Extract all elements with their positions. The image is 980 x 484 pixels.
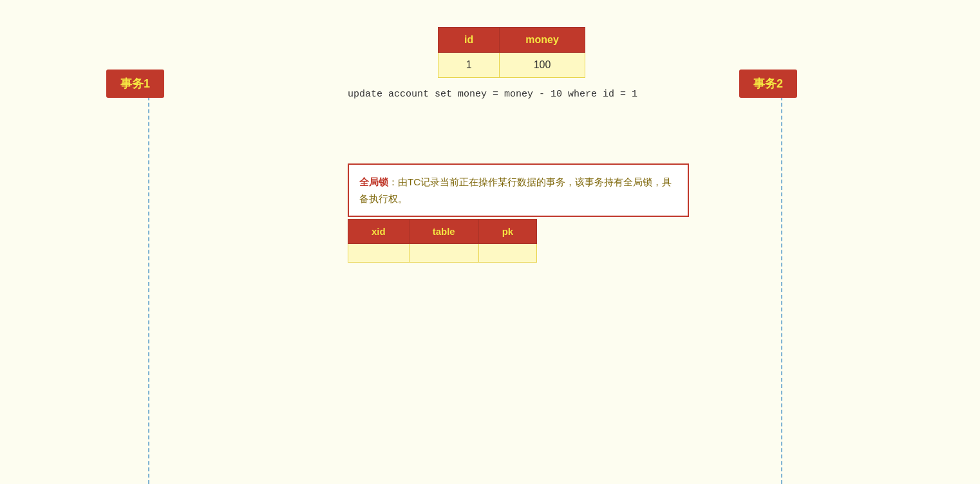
transaction2-text: 事务2 bbox=[753, 77, 783, 90]
lock-table-header-table: table bbox=[409, 219, 478, 244]
account-table-cell-money: 100 bbox=[500, 53, 585, 78]
timeline-line-2 bbox=[781, 90, 782, 484]
account-table-header-id: id bbox=[438, 28, 500, 53]
page-container: 事务1 事务2 id money 1 100 update account se… bbox=[0, 0, 980, 484]
info-box: 全局锁：由TC记录当前正在操作某行数据的事务，该事务持有全局锁，具备执行权。 bbox=[348, 163, 689, 217]
info-box-highlight: 全局锁 bbox=[359, 176, 388, 187]
lock-table-cell-table bbox=[409, 244, 478, 263]
timeline-line-1 bbox=[148, 90, 149, 484]
lock-table-header-pk: pk bbox=[478, 219, 537, 244]
account-table: id money 1 100 bbox=[438, 27, 585, 78]
account-table-row: 1 100 bbox=[438, 53, 585, 78]
account-table-header-money: money bbox=[500, 28, 585, 53]
lock-table: xid table pk bbox=[348, 219, 537, 263]
transaction1-label: 事务1 bbox=[106, 70, 164, 98]
lock-table-header-xid: xid bbox=[348, 219, 410, 244]
lock-table-row bbox=[348, 244, 537, 263]
transaction1-text: 事务1 bbox=[120, 77, 150, 90]
transaction2-label: 事务2 bbox=[739, 70, 797, 98]
sql-statement: update account set money = money - 10 wh… bbox=[348, 89, 637, 100]
info-box-colon: ： bbox=[388, 176, 398, 187]
info-box-text: 由TC记录当前正在操作某行数据的事务，该事务持有全局锁，具备执行权。 bbox=[359, 176, 672, 204]
account-table-cell-id: 1 bbox=[438, 53, 500, 78]
lock-table-cell-pk bbox=[478, 244, 537, 263]
lock-table-cell-xid bbox=[348, 244, 410, 263]
